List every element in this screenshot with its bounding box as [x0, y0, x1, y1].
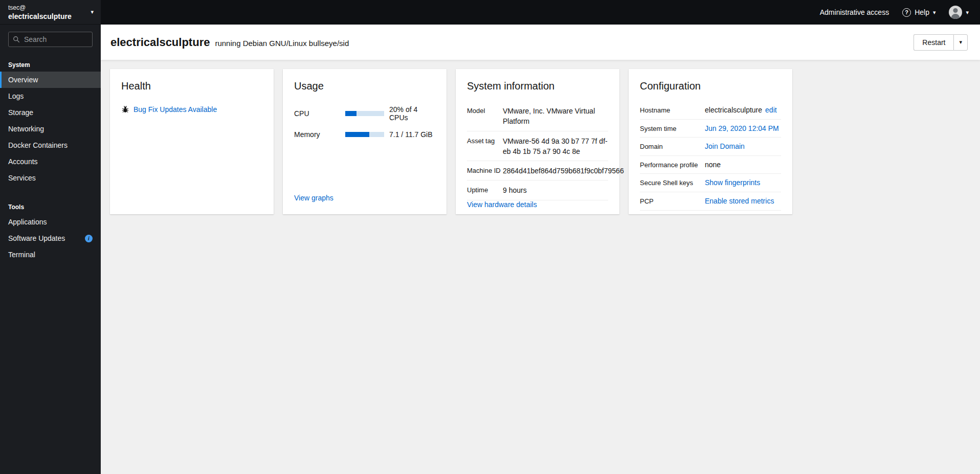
sidebar-item-docker-containers[interactable]: Docker Containers — [0, 137, 101, 153]
memory-value: 7.1 / 11.7 GiB — [389, 130, 435, 139]
sidebar-item-terminal[interactable]: Terminal — [0, 246, 101, 263]
search-input[interactable] — [8, 32, 93, 47]
sidebar-item-services[interactable]: Services — [0, 170, 101, 186]
restart-button[interactable]: Restart — [914, 34, 953, 51]
host-switcher-user: tsec@ — [8, 4, 72, 11]
restart-split-button: Restart ▾ — [914, 34, 968, 51]
cpu-progress-fill — [345, 111, 357, 116]
system-information-card: System information Model VMware, Inc. VM… — [456, 69, 619, 214]
sidebar-item-overview[interactable]: Overview — [0, 72, 101, 88]
card-grid: Health Bug Fix Updates Available Usage — [110, 69, 971, 214]
host-title-group: electricalsculpture running Debian GNU/L… — [110, 36, 349, 49]
row-term: PCP — [640, 197, 705, 206]
table-row: PCP Enable stored metrics — [640, 192, 781, 211]
page-header: electricalsculpture running Debian GNU/L… — [101, 25, 980, 60]
chevron-down-icon: ▾ — [966, 10, 969, 15]
sidebar-item-logs[interactable]: Logs — [0, 88, 101, 104]
avatar — [949, 6, 962, 19]
row-term: Asset tag — [467, 136, 503, 146]
host-switcher-labels: tsec@ electricalsculpture — [8, 4, 72, 20]
view-graphs-link[interactable]: View graphs — [294, 194, 435, 202]
row-term: System time — [640, 124, 705, 133]
page-title: electricalsculpture — [110, 36, 210, 49]
nav-section-system-title: System — [0, 57, 101, 72]
configuration-card: Configuration Hostname electricalsculptu… — [629, 69, 792, 214]
row-value: VMware, Inc. VMware Virtual Platform — [503, 106, 608, 127]
sidebar-item-storage[interactable]: Storage — [0, 104, 101, 121]
table-row: Performance profile none — [640, 156, 781, 174]
sidebar-item-label: Software Updates — [8, 234, 65, 242]
row-value: VMware-56 4d 9a 30 b7 77 7f df-eb 4b 1b … — [503, 136, 608, 157]
usage-card: Usage CPU 20% of 4 CPUs Memory — [283, 69, 447, 214]
nav-section-tools-title: Tools — [0, 199, 101, 214]
health-card: Health Bug Fix Updates Available — [110, 69, 274, 214]
row-term: Hostname — [640, 106, 705, 115]
row-value: 2864d41bef864d759b681f9c0bf79566 — [503, 166, 624, 176]
row-term: Secure Shell keys — [640, 178, 705, 188]
administrative-access-button[interactable]: Administrative access — [820, 8, 889, 16]
enable-stored-metrics-link[interactable]: Enable stored metrics — [705, 196, 774, 207]
performance-profile-value: none — [705, 160, 721, 170]
help-icon: ? — [902, 8, 911, 17]
table-row: Machine ID 2864d41bef864d759b681f9c0bf79… — [467, 161, 608, 180]
row-term: Model — [467, 106, 503, 116]
bug-icon — [121, 105, 129, 114]
row-value: 9 hours — [503, 185, 608, 195]
edit-hostname-link[interactable]: edit — [765, 105, 777, 116]
search-icon — [13, 36, 20, 43]
host-switcher[interactable]: tsec@ electricalsculpture ▾ — [0, 0, 101, 25]
system-information-table: Model VMware, Inc. VMware Virtual Platfo… — [467, 101, 608, 200]
table-row: System time Jun 29, 2020 12:04 PM — [640, 120, 781, 138]
cpu-usage-row: CPU 20% of 4 CPUs — [294, 105, 435, 122]
help-menu-button[interactable]: ? Help ▾ — [902, 8, 936, 17]
nav-section-system: System Overview Logs Storage Networking … — [0, 57, 101, 186]
sidebar-item-accounts[interactable]: Accounts — [0, 153, 101, 170]
cpu-progress-bar — [345, 111, 384, 116]
chevron-down-icon: ▾ — [933, 10, 936, 15]
restart-dropdown-toggle[interactable]: ▾ — [953, 34, 968, 51]
table-row: Model VMware, Inc. VMware Virtual Platfo… — [467, 101, 608, 131]
health-card-title: Health — [121, 80, 262, 92]
memory-label: Memory — [294, 130, 345, 139]
table-row: Hostname electricalsculpture edit — [640, 101, 781, 120]
cpu-value: 20% of 4 CPUs — [389, 105, 435, 122]
row-term: Uptime — [467, 185, 503, 195]
table-row: Asset tag VMware-56 4d 9a 30 b7 77 7f df… — [467, 131, 608, 162]
page-subtitle: running Debian GNU/Linux bullseye/sid — [215, 39, 349, 48]
memory-progress-bar — [345, 132, 384, 137]
chevron-down-icon: ▾ — [959, 39, 962, 46]
chevron-down-icon: ▾ — [91, 9, 94, 15]
sidebar-item-software-updates[interactable]: Software Updates i — [0, 230, 101, 246]
join-domain-link[interactable]: Join Domain — [705, 142, 745, 152]
row-term: Domain — [640, 142, 705, 151]
memory-progress-fill — [345, 132, 369, 137]
main-column: Administrative access ? Help ▾ ▾ electri… — [101, 0, 980, 474]
help-label: Help — [915, 8, 929, 16]
row-term: Performance profile — [640, 161, 705, 170]
sidebar: tsec@ electricalsculpture ▾ System Overv… — [0, 0, 101, 474]
nav-section-tools: Tools Applications Software Updates i Te… — [0, 199, 101, 263]
session-menu-button[interactable]: ▾ — [949, 6, 969, 19]
hostname-value: electricalsculpture — [705, 105, 762, 116]
sidebar-search — [8, 32, 93, 47]
system-time-link[interactable]: Jun 29, 2020 12:04 PM — [705, 124, 779, 134]
table-row: Uptime 9 hours — [467, 180, 608, 200]
configuration-title: Configuration — [640, 80, 781, 92]
host-switcher-host: electricalsculpture — [8, 12, 72, 20]
sidebar-item-applications[interactable]: Applications — [0, 214, 101, 230]
bug-fix-updates-link[interactable]: Bug Fix Updates Available — [133, 105, 217, 114]
sidebar-nav: System Overview Logs Storage Networking … — [0, 55, 101, 263]
table-row: Domain Join Domain — [640, 138, 781, 156]
info-icon: i — [85, 235, 93, 242]
view-hardware-details-link[interactable]: View hardware details — [467, 200, 608, 209]
usage-rows: CPU 20% of 4 CPUs Memory 7.1 / 11.7 GiB — [294, 105, 435, 147]
show-fingerprints-link[interactable]: Show fingerprints — [705, 178, 760, 188]
system-information-title: System information — [467, 80, 608, 92]
overview-content: Health Bug Fix Updates Available Usage — [101, 60, 980, 474]
cpu-label: CPU — [294, 109, 345, 118]
sidebar-item-networking[interactable]: Networking — [0, 121, 101, 137]
usage-card-title: Usage — [294, 80, 435, 92]
configuration-table: Hostname electricalsculpture edit System… — [640, 101, 781, 211]
memory-usage-row: Memory 7.1 / 11.7 GiB — [294, 130, 435, 139]
row-term: Machine ID — [467, 166, 503, 176]
